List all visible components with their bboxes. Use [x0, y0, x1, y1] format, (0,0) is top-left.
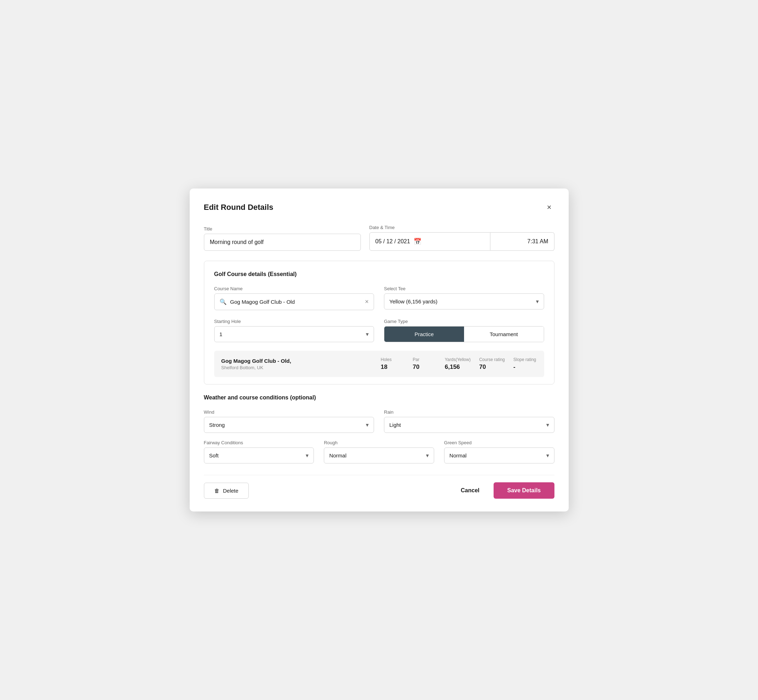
wind-rain-row: Wind Strong ▾ Rain Light ▾: [204, 409, 554, 433]
green-speed-label: Green Speed: [444, 440, 554, 445]
holes-label: Holes: [381, 357, 392, 362]
par-label: Par: [413, 357, 420, 362]
holes-stat: Holes 18: [372, 357, 404, 370]
rough-field: Rough Normal ▾: [324, 440, 434, 464]
chevron-down-icon: ▾: [546, 452, 549, 459]
chevron-down-icon: ▾: [536, 298, 539, 305]
fairway-dropdown[interactable]: Soft ▾: [204, 447, 314, 464]
course-rating-stat: Course rating 70: [470, 357, 504, 370]
edit-round-modal: Edit Round Details × Title Date & Time 0…: [190, 189, 568, 511]
wind-value: Strong: [209, 422, 225, 428]
course-info-location: Shelford Bottom, UK: [221, 365, 372, 370]
modal-header: Edit Round Details ×: [204, 201, 554, 213]
fairway-label: Fairway Conditions: [204, 440, 314, 445]
date-input[interactable]: 05 / 12 / 2021 📅: [370, 232, 490, 251]
yards-stat: Yards(Yellow) 6,156: [436, 357, 471, 370]
course-info-name: Gog Magog Golf Club - Old,: [221, 358, 372, 364]
starting-hole-label: Starting Hole: [214, 319, 374, 324]
title-input[interactable]: [204, 234, 361, 251]
starting-hole-value: 1: [219, 331, 222, 337]
chevron-down-icon: ▾: [306, 452, 309, 459]
select-tee-dropdown[interactable]: Yellow (6,156 yards) ▾: [384, 294, 544, 309]
rain-dropdown[interactable]: Light ▾: [384, 417, 554, 433]
course-name-label: Course Name: [214, 286, 374, 291]
course-rating-label: Course rating: [479, 357, 504, 362]
golf-section-title: Golf Course details (Essential): [214, 271, 544, 277]
chevron-down-icon: ▾: [546, 422, 549, 428]
course-name-group: Course Name 🔍 Gog Magog Golf Club - Old …: [214, 286, 374, 310]
yards-label: Yards(Yellow): [445, 357, 471, 362]
chevron-down-icon: ▾: [366, 422, 369, 428]
par-stat: Par 70: [404, 357, 436, 370]
game-type-group: Game Type Practice Tournament: [384, 319, 544, 342]
course-info-name-block: Gog Magog Golf Club - Old, Shelford Bott…: [221, 358, 372, 370]
modal-title: Edit Round Details: [204, 203, 274, 212]
green-speed-field: Green Speed Normal ▾: [444, 440, 554, 464]
search-icon: 🔍: [219, 298, 227, 305]
rough-dropdown[interactable]: Normal ▾: [324, 447, 434, 464]
wind-dropdown[interactable]: Strong ▾: [204, 417, 374, 433]
datetime-field-group: Date & Time 05 / 12 / 2021 📅 7:31 AM: [370, 225, 554, 251]
golf-course-section: Golf Course details (Essential) Course N…: [204, 261, 554, 384]
date-text: 05 / 12 / 2021: [376, 238, 410, 245]
calendar-icon: 📅: [413, 238, 421, 245]
trash-icon: 🗑: [214, 488, 219, 494]
fairway-field: Fairway Conditions Soft ▾: [204, 440, 314, 464]
datetime-row: 05 / 12 / 2021 📅 7:31 AM: [370, 232, 554, 251]
save-button[interactable]: Save Details: [493, 482, 554, 499]
yards-value: 6,156: [445, 364, 460, 370]
rain-value: Light: [389, 422, 401, 428]
course-info-bar: Gog Magog Golf Club - Old, Shelford Bott…: [214, 351, 544, 377]
starting-hole-dropdown[interactable]: 1 ▾: [214, 326, 374, 342]
delete-button[interactable]: 🗑 Delete: [204, 483, 249, 499]
weather-section: Weather and course conditions (optional)…: [204, 394, 554, 464]
top-row: Title Date & Time 05 / 12 / 2021 📅 7:31 …: [204, 225, 554, 251]
course-name-value: Gog Magog Golf Club - Old: [230, 299, 362, 305]
select-tee-group: Select Tee Yellow (6,156 yards) ▾: [384, 286, 544, 310]
title-label: Title: [204, 226, 361, 231]
green-speed-value: Normal: [449, 452, 467, 458]
slope-rating-value: -: [514, 364, 516, 370]
rough-label: Rough: [324, 440, 434, 445]
rain-field: Rain Light ▾: [384, 409, 554, 433]
title-field-group: Title: [204, 226, 361, 251]
conditions-row: Fairway Conditions Soft ▾ Rough Normal ▾…: [204, 440, 554, 464]
slope-rating-label: Slope rating: [514, 357, 536, 362]
course-name-input[interactable]: 🔍 Gog Magog Golf Club - Old ×: [214, 294, 374, 310]
par-value: 70: [413, 364, 420, 370]
select-tee-value: Yellow (6,156 yards): [389, 298, 437, 305]
chevron-down-icon: ▾: [426, 452, 429, 459]
modal-footer: 🗑 Delete Cancel Save Details: [204, 475, 554, 499]
time-input[interactable]: 7:31 AM: [490, 232, 554, 251]
time-text: 7:31 AM: [528, 238, 548, 245]
datetime-label: Date & Time: [370, 225, 554, 230]
starting-hole-group: Starting Hole 1 ▾: [214, 319, 374, 342]
close-button[interactable]: ×: [544, 201, 554, 213]
game-type-toggle: Practice Tournament: [384, 326, 544, 342]
game-type-label: Game Type: [384, 319, 544, 324]
green-speed-dropdown[interactable]: Normal ▾: [444, 447, 554, 464]
rough-value: Normal: [329, 452, 346, 458]
cancel-button[interactable]: Cancel: [454, 483, 487, 498]
course-tee-row: Course Name 🔍 Gog Magog Golf Club - Old …: [214, 286, 544, 310]
weather-title: Weather and course conditions (optional): [204, 394, 554, 401]
rain-label: Rain: [384, 409, 554, 415]
slope-rating-stat: Slope rating -: [505, 357, 537, 370]
fairway-value: Soft: [209, 452, 219, 458]
tournament-button[interactable]: Tournament: [464, 327, 544, 342]
select-tee-label: Select Tee: [384, 286, 544, 291]
clear-course-icon[interactable]: ×: [365, 298, 369, 306]
wind-label: Wind: [204, 409, 374, 415]
practice-button[interactable]: Practice: [384, 327, 464, 342]
course-rating-value: 70: [479, 364, 486, 370]
chevron-down-icon: ▾: [366, 331, 369, 338]
footer-right: Cancel Save Details: [454, 482, 554, 499]
delete-label: Delete: [223, 488, 238, 494]
holes-value: 18: [381, 364, 388, 370]
hole-gametype-row: Starting Hole 1 ▾ Game Type Practice Tou…: [214, 319, 544, 342]
wind-field: Wind Strong ▾: [204, 409, 374, 433]
